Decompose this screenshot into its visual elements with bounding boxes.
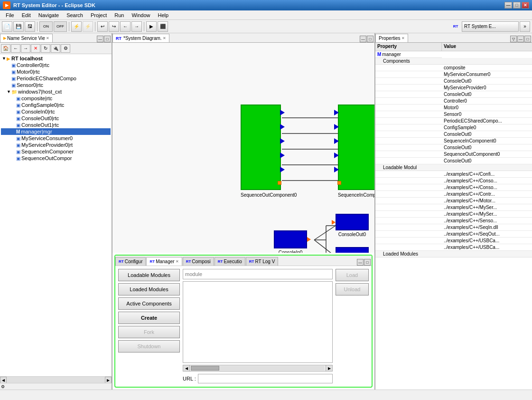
module-input[interactable] xyxy=(183,269,333,279)
nsv-connect[interactable]: 🔌 xyxy=(51,44,60,53)
props-close[interactable]: ✕ xyxy=(401,36,405,40)
props-tab[interactable]: Properties ✕ xyxy=(375,34,408,42)
load-btn[interactable]: Load xyxy=(336,269,369,281)
stop-btn[interactable]: ⬛ xyxy=(158,21,168,32)
nsv-home[interactable]: 🏠 xyxy=(1,44,10,53)
menu-window[interactable]: Window xyxy=(128,11,154,19)
loadable-modules-btn[interactable]: Loadable Modules xyxy=(118,269,180,281)
maximize-button[interactable]: □ xyxy=(513,2,521,9)
nsv-tab[interactable]: ▶ Name Service Vie ✕ xyxy=(0,34,53,42)
nsv-delete[interactable]: ✕ xyxy=(31,44,40,53)
diagram-tab[interactable]: RT *System Diagram. ✕ xyxy=(112,34,169,42)
props-minimize[interactable]: ▽ xyxy=(510,36,517,42)
on-btn[interactable]: ON xyxy=(39,21,53,32)
tree-seqout[interactable]: ▣ SequenceOutCompor xyxy=(1,155,111,162)
connect-btn[interactable]: ⚡ xyxy=(71,21,82,32)
loaded-modules-btn[interactable]: Loaded Modules xyxy=(118,283,180,295)
tree-consoleout1[interactable]: ▣ ConsoleOut1|rtc xyxy=(1,122,111,128)
minimize-button[interactable]: — xyxy=(504,2,512,9)
disconnect-btn[interactable]: ⚡ xyxy=(83,21,93,32)
scroll-track[interactable] xyxy=(7,377,105,383)
seqout-component[interactable] xyxy=(241,105,281,190)
new-btn[interactable]: 📄 xyxy=(2,21,12,32)
tree-windows7[interactable]: ▼ 📁 windows7|host_cxt xyxy=(1,88,111,95)
menu-file[interactable]: File xyxy=(2,11,18,19)
active-components-btn[interactable]: Active Components xyxy=(118,297,180,310)
save-btn[interactable]: 💾 xyxy=(13,21,24,32)
tree-controller0[interactable]: ▣ Controller0|rtc xyxy=(1,62,111,68)
menu-run[interactable]: Run xyxy=(111,11,128,19)
tree-sensor0[interactable]: ▣ Sensor0|rtc xyxy=(1,82,111,88)
close-button[interactable]: ✕ xyxy=(522,2,529,9)
executio-tab-label: Executio xyxy=(224,259,242,264)
menu-search[interactable]: Search xyxy=(63,11,87,19)
scroll-left[interactable]: ◀ xyxy=(0,377,7,383)
hscroll-track[interactable] xyxy=(191,366,325,371)
hscroll-left[interactable]: ◀ xyxy=(183,365,190,371)
create-btn[interactable]: Create xyxy=(118,312,180,324)
tree-motor0[interactable]: ▣ Motor0|rtc xyxy=(1,68,111,75)
nsv-settings[interactable]: ⚙ xyxy=(61,44,70,53)
tree-composite[interactable]: ▣ composite|rtc xyxy=(1,95,111,102)
diagram-minimize[interactable]: — xyxy=(360,36,366,42)
nsv-back[interactable]: ← xyxy=(11,44,20,53)
menu-edit[interactable]: Edit xyxy=(18,11,35,19)
module-hscroll[interactable]: ◀ ▶ xyxy=(183,365,333,371)
back-btn[interactable]: ← xyxy=(120,21,131,32)
menu-project[interactable]: Project xyxy=(87,11,111,19)
nsv-hscroll[interactable]: ◀ ▶ xyxy=(0,376,112,383)
nsv-close[interactable]: ✕ xyxy=(46,36,49,40)
hscroll-thumb[interactable] xyxy=(191,366,219,371)
consolein-component[interactable] xyxy=(274,230,307,248)
toolbar-more[interactable]: » xyxy=(520,21,530,32)
save2-btn[interactable]: 🖫 xyxy=(25,21,35,32)
fork-btn[interactable]: Fork xyxy=(118,326,180,338)
tree-item-localhost[interactable]: ▼ ▶ RT localhost xyxy=(1,55,111,62)
prop-cell13 xyxy=(375,144,442,151)
tab-composi[interactable]: RT Composi xyxy=(183,257,214,266)
bottom-maximize[interactable]: □ xyxy=(364,259,371,266)
rt-system-dropdown[interactable]: RT System E... xyxy=(462,21,519,32)
tree-seqin[interactable]: ▣ SequenceInComponer xyxy=(1,148,111,155)
scroll-right[interactable]: ▶ xyxy=(105,377,112,383)
menu-help[interactable]: Help xyxy=(154,11,173,19)
tree-consoleout0[interactable]: ▣ ConsoleOut0|rtc xyxy=(1,115,111,122)
diagram-canvas[interactable]: SequenceOutComponent0 SequenceInComponen… xyxy=(112,43,374,253)
diagram-maximize[interactable]: □ xyxy=(367,36,373,42)
tree-configsample[interactable]: ▣ ConfigSample0|rtc xyxy=(1,102,111,108)
undo-btn[interactable]: ↩ xyxy=(97,21,108,32)
menu-navigate[interactable]: Navigate xyxy=(35,11,63,19)
tree-manager[interactable]: M manager|mgr xyxy=(1,128,111,135)
diagram-close[interactable]: ✕ xyxy=(163,36,166,40)
tab-executio[interactable]: RT Executio xyxy=(215,257,245,266)
manager-tab-close[interactable]: ✕ xyxy=(176,259,179,264)
tree-myserviceconsumer[interactable]: ▣ MyServiceConsumer0 xyxy=(1,135,111,142)
redo-btn[interactable]: ↪ xyxy=(109,21,119,32)
forward-btn[interactable]: → xyxy=(131,21,142,32)
run-btn[interactable]: ▶ xyxy=(146,21,157,32)
window-controls: — □ ✕ xyxy=(504,2,529,9)
tab-manager[interactable]: RT Manager ✕ xyxy=(146,257,182,266)
nsv-maximize[interactable]: □ xyxy=(104,36,111,42)
tree-periodic[interactable]: ▣ PeriodicECSharedCompo xyxy=(1,75,111,82)
nsv-minimize[interactable]: — xyxy=(97,36,103,42)
unload-btn[interactable]: Unload xyxy=(336,283,369,295)
nsv-refresh[interactable]: ↻ xyxy=(41,44,50,53)
consoleout0-component[interactable] xyxy=(336,214,369,230)
tree-myserviceprovider[interactable]: ▣ MyServiceProvider0|rt xyxy=(1,142,111,148)
expand-localhost[interactable]: ▼ xyxy=(2,56,7,61)
nsv-forward[interactable]: → xyxy=(21,44,30,53)
tab-configur[interactable]: RT Configur xyxy=(115,257,146,266)
expand-windows7[interactable]: ▼ xyxy=(7,89,11,94)
shutdown-btn[interactable]: Shutdown xyxy=(118,340,180,352)
seqin-component[interactable] xyxy=(338,105,374,190)
tree-consolein0[interactable]: ▣ ConsoleIn0|rtc xyxy=(1,108,111,115)
bottom-minimize[interactable]: — xyxy=(357,259,364,266)
hscroll-right[interactable]: ▶ xyxy=(326,365,332,371)
consoleout1-component[interactable] xyxy=(336,247,369,253)
url-input[interactable] xyxy=(198,374,333,383)
off-btn[interactable]: OFF xyxy=(54,21,67,32)
tab-rtlogv[interactable]: RT RT Log V xyxy=(246,257,279,266)
props-maximize[interactable]: □ xyxy=(524,36,531,42)
props-minimize2[interactable]: — xyxy=(517,36,524,42)
